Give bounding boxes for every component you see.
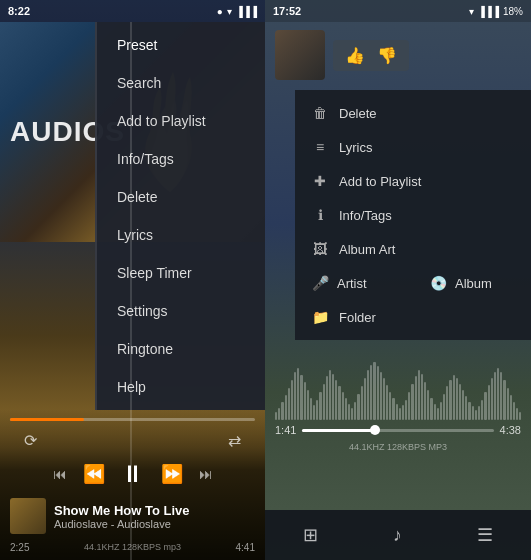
right-progress-fill bbox=[302, 429, 375, 432]
nav-music-button[interactable]: ♪ bbox=[385, 517, 410, 554]
right-time: 17:52 bbox=[273, 5, 301, 17]
right-status-icons: ▾ ▐▐▐ 18% bbox=[469, 6, 523, 17]
menu-item-add-to-playlist[interactable]: Add to Playlist bbox=[97, 102, 265, 140]
info-icon: ℹ bbox=[311, 207, 329, 223]
menu-item-settings[interactable]: Settings bbox=[97, 292, 265, 330]
right-menu-artist-album-row: 🎤 Artist 💿 Album bbox=[295, 266, 531, 300]
context-menu-overlay: Preset Search Add to Playlist Info/Tags … bbox=[0, 0, 265, 560]
right-player-area: 1:41 4:38 44.1KHZ 128KBPS MP3 bbox=[265, 352, 531, 460]
right-status-bar: 17:52 ▾ ▐▐▐ 18% bbox=[265, 0, 531, 22]
right-menu-item-delete[interactable]: 🗑 Delete bbox=[295, 96, 531, 130]
nav-menu-button[interactable]: ☰ bbox=[469, 516, 501, 554]
right-panel: 17:52 ▾ ▐▐▐ 18% 👍 👎 🗑 Delete ≡ Lyrics bbox=[265, 0, 531, 560]
menu-item-help[interactable]: Help bbox=[97, 368, 265, 406]
right-menu-item-add-to-playlist[interactable]: ✚ Add to Playlist bbox=[295, 164, 531, 198]
right-bottom-nav: ⊞ ♪ ☰ bbox=[265, 510, 531, 560]
menu-item-ringtone[interactable]: Ringtone bbox=[97, 330, 265, 368]
lyrics-icon: ≡ bbox=[311, 139, 329, 155]
nav-grid-button[interactable]: ⊞ bbox=[295, 516, 326, 554]
thumbs-down-button[interactable]: 👎 bbox=[373, 44, 401, 67]
right-album-row: 👍 👎 bbox=[265, 22, 531, 88]
right-progress-thumb bbox=[370, 425, 380, 435]
right-wifi-icon: ▾ bbox=[469, 6, 474, 17]
album-art-icon: 🖼 bbox=[311, 241, 329, 257]
right-menu-item-folder[interactable]: 📁 Folder bbox=[295, 300, 531, 334]
vote-buttons: 👍 👎 bbox=[333, 40, 409, 71]
menu-item-sleep-timer[interactable]: Sleep Timer bbox=[97, 254, 265, 292]
right-menu-item-artist[interactable]: 🎤 Artist bbox=[295, 266, 413, 300]
menu-item-preset[interactable]: Preset bbox=[97, 26, 265, 64]
right-progress-bar[interactable] bbox=[302, 429, 493, 432]
right-content: 👍 👎 🗑 Delete ≡ Lyrics ✚ Add to Playlist … bbox=[265, 22, 531, 510]
delete-icon: 🗑 bbox=[311, 105, 329, 121]
right-menu-item-album[interactable]: 💿 Album bbox=[413, 266, 531, 300]
menu-item-info-tags[interactable]: Info/Tags bbox=[97, 140, 265, 178]
right-menu-item-lyrics[interactable]: ≡ Lyrics bbox=[295, 130, 531, 164]
folder-icon: 📁 bbox=[311, 309, 329, 325]
menu-item-lyrics[interactable]: Lyrics bbox=[97, 216, 265, 254]
right-context-menu: 🗑 Delete ≡ Lyrics ✚ Add to Playlist ℹ In… bbox=[295, 90, 531, 340]
right-album-thumbnail bbox=[275, 30, 325, 80]
album-icon: 💿 bbox=[429, 275, 447, 291]
left-panel: 8:22 ● ▾ ▐▐▐ AUDIOS Preset Search bbox=[0, 0, 265, 560]
menu-divider bbox=[130, 22, 132, 560]
menu-item-delete[interactable]: Delete bbox=[97, 178, 265, 216]
waveform-display bbox=[275, 360, 521, 420]
right-signal-icon: ▐▐▐ bbox=[478, 6, 499, 17]
artist-icon: 🎤 bbox=[311, 275, 329, 291]
menu-item-search[interactable]: Search bbox=[97, 64, 265, 102]
right-menu-item-album-art[interactable]: 🖼 Album Art bbox=[295, 232, 531, 266]
thumbs-up-button[interactable]: 👍 bbox=[341, 44, 369, 67]
right-progress-row: 1:41 4:38 bbox=[275, 420, 521, 440]
right-menu-item-info-tags[interactable]: ℹ Info/Tags bbox=[295, 198, 531, 232]
add-playlist-icon: ✚ bbox=[311, 173, 329, 189]
right-track-info: 44.1KHZ 128KBPS MP3 bbox=[275, 440, 521, 452]
right-battery-label: 18% bbox=[503, 6, 523, 17]
left-context-menu: Preset Search Add to Playlist Info/Tags … bbox=[95, 22, 265, 410]
right-total-time: 4:38 bbox=[500, 424, 521, 436]
right-current-time: 1:41 bbox=[275, 424, 296, 436]
